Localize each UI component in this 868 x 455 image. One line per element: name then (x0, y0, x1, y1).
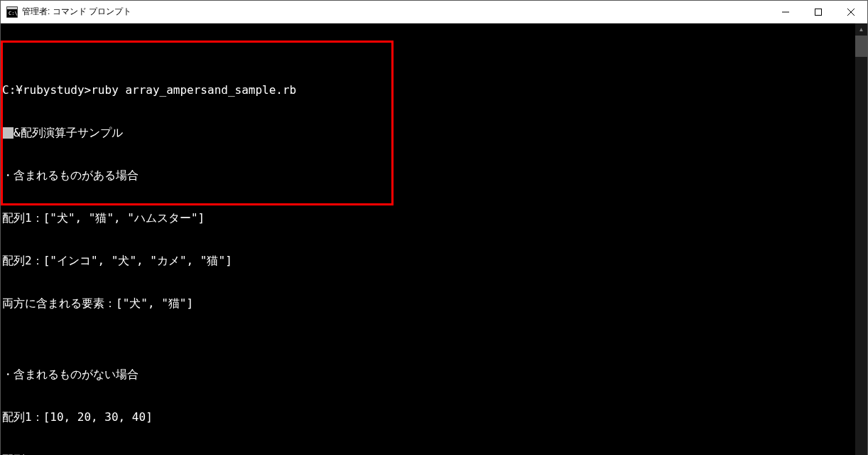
minimize-button[interactable] (769, 1, 802, 23)
block-char-icon (2, 127, 13, 139)
terminal-line: &配列演算子サンプル (1, 126, 855, 140)
close-button[interactable] (835, 1, 867, 23)
svg-rect-4 (815, 9, 822, 15)
window-title: 管理者: コマンド プロンプト (22, 6, 769, 18)
command-prompt-window: C:\ 管理者: コマンド プロンプト C:¥rubystudy>ruby ar… (0, 0, 868, 455)
terminal-area: C:¥rubystudy>ruby array_ampersand_sample… (1, 23, 867, 455)
scrollbar-up-arrow-icon[interactable]: ▲ (855, 23, 867, 36)
terminal-line: 配列2：["インコ", "犬", "カメ", "猫"] (1, 254, 855, 268)
terminal-line: C:¥rubystudy>ruby array_ampersand_sample… (1, 83, 855, 97)
terminal-line: ・含まれるものがない場合 (1, 368, 855, 382)
terminal-line: 配列1：[10, 20, 30, 40] (1, 410, 855, 424)
prompt: C:¥rubystudy> (2, 83, 91, 97)
terminal-content[interactable]: C:¥rubystudy>ruby array_ampersand_sample… (1, 23, 855, 455)
scrollbar-thumb[interactable] (855, 36, 867, 57)
output-text: &配列演算子サンプル (13, 126, 123, 139)
command-text: ruby array_ampersand_sample.rb (91, 83, 296, 97)
svg-rect-1 (7, 7, 17, 9)
window-controls (769, 1, 867, 23)
titlebar[interactable]: C:\ 管理者: コマンド プロンプト (1, 1, 867, 23)
maximize-button[interactable] (802, 1, 835, 23)
vertical-scrollbar[interactable]: ▲ ▼ (855, 23, 867, 455)
cmd-icon: C:\ (6, 6, 18, 18)
terminal-line: ・含まれるものがある場合 (1, 168, 855, 183)
svg-text:C:\: C:\ (9, 11, 18, 16)
terminal-line: 両方に含まれる要素：["犬", "猫"] (1, 296, 855, 311)
terminal-line: 配列1：["犬", "猫", "ハムスター"] (1, 211, 855, 225)
